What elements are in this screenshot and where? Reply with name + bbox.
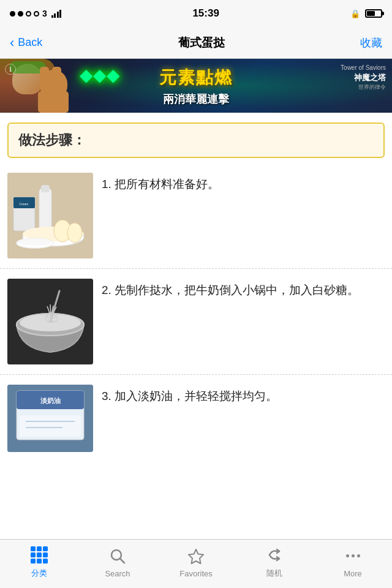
dot-3 bbox=[26, 11, 31, 17]
section-header: 做法步骤： bbox=[7, 123, 385, 158]
content-area: 做法步骤： Cream bbox=[0, 113, 392, 539]
ad-logo-line3: 世界的律令 bbox=[341, 83, 386, 91]
status-time: 15:39 bbox=[192, 7, 219, 20]
step-2: 2. 先制作挞水，把牛奶倒入小锅中，加入白砂糖。 bbox=[0, 269, 392, 375]
svg-rect-5 bbox=[41, 185, 50, 192]
svg-rect-4 bbox=[39, 188, 51, 231]
tab-categories[interactable]: 分类 bbox=[0, 545, 78, 582]
tab-favorites-label: Favorites bbox=[179, 569, 212, 578]
ad-info-button[interactable]: ℹ bbox=[5, 64, 16, 75]
ad-logo: Tower of Saviors 神魔之塔 世界的律令 bbox=[341, 64, 386, 91]
tab-random-label: 随机 bbox=[266, 568, 282, 579]
ad-banner[interactable]: ◆◆◆ 元素點燃 兩消華麗連擊 Tower of Saviors 神魔之塔 世界… bbox=[0, 59, 392, 113]
status-right: 🔒 bbox=[350, 9, 382, 18]
ad-logo-line1: Tower of Saviors bbox=[341, 64, 386, 72]
battery-icon bbox=[365, 9, 382, 18]
tab-favorites[interactable]: Favorites bbox=[157, 546, 235, 582]
svg-marker-32 bbox=[189, 549, 203, 564]
svg-text:Cream: Cream bbox=[19, 202, 28, 206]
step-2-text: 2. 先制作挞水，把牛奶倒入小锅中，加入白砂糖。 bbox=[93, 279, 385, 300]
dot-2 bbox=[18, 11, 23, 17]
search-icon bbox=[108, 546, 127, 566]
star-icon bbox=[186, 546, 206, 566]
tab-categories-label: 分类 bbox=[31, 568, 47, 579]
step-1-content: 把所有材料准备好。 bbox=[115, 178, 219, 190]
step-1-text: 1. 把所有材料准备好。 bbox=[93, 173, 385, 194]
dot-1 bbox=[10, 11, 15, 17]
tab-random[interactable]: 随机 bbox=[235, 545, 314, 582]
step-2-content: 先制作挞水，把牛奶倒入小锅中，加入白砂糖。 bbox=[115, 284, 359, 296]
step-2-number: 2. bbox=[102, 284, 111, 296]
step-3-image: 淡奶油 bbox=[7, 385, 93, 452]
more-icon bbox=[343, 546, 363, 566]
nav-bar: ‹ Back 葡式蛋挞 收藏 bbox=[0, 27, 392, 59]
back-button[interactable]: ‹ Back bbox=[10, 35, 42, 51]
step-3: 淡奶油 3. 加入淡奶油，并轻轻搅拌均匀。 bbox=[0, 375, 392, 462]
tab-search-label: Search bbox=[105, 569, 130, 578]
carrier-label: 3 bbox=[42, 9, 47, 18]
page-title: 葡式蛋挞 bbox=[178, 35, 225, 51]
chevron-left-icon: ‹ bbox=[10, 35, 14, 51]
tab-bar: 分类 Search Favorites 随机 bbox=[0, 539, 392, 588]
svg-line-31 bbox=[120, 559, 124, 563]
step-1-image: Cream bbox=[7, 173, 93, 258]
step-3-number: 3. bbox=[102, 390, 111, 402]
tab-more[interactable]: More bbox=[314, 546, 392, 582]
status-left: 3 bbox=[10, 9, 61, 18]
step-2-image bbox=[7, 279, 93, 364]
lock-icon: 🔒 bbox=[350, 9, 360, 18]
random-icon bbox=[265, 545, 284, 565]
step-3-text: 3. 加入淡奶油，并轻轻搅拌均匀。 bbox=[93, 385, 385, 452]
ad-main-text: 元素點燃 bbox=[159, 66, 233, 89]
tab-search[interactable]: Search bbox=[78, 546, 157, 582]
dot-4 bbox=[34, 11, 39, 17]
step-3-content: 加入淡奶油，并轻轻搅拌均匀。 bbox=[115, 390, 277, 402]
tab-more-label: More bbox=[344, 569, 362, 578]
signal-dots bbox=[10, 11, 39, 17]
grid-icon bbox=[29, 545, 49, 565]
svg-point-9 bbox=[67, 223, 82, 243]
back-label: Back bbox=[18, 36, 42, 49]
svg-text:淡奶油: 淡奶油 bbox=[40, 397, 61, 404]
wifi-icon bbox=[51, 10, 62, 18]
ad-logo-line2: 神魔之塔 bbox=[341, 72, 386, 83]
ad-sub-text: 兩消華麗連擊 bbox=[163, 92, 229, 107]
step-1-number: 1. bbox=[102, 178, 111, 190]
svg-rect-27 bbox=[20, 415, 81, 437]
svg-point-11 bbox=[18, 238, 52, 246]
favorite-button[interactable]: 收藏 bbox=[360, 36, 382, 50]
step-1: Cream 1. 把所有材料准备好。 bbox=[0, 163, 392, 269]
status-bar: 3 15:39 🔒 bbox=[0, 0, 392, 27]
